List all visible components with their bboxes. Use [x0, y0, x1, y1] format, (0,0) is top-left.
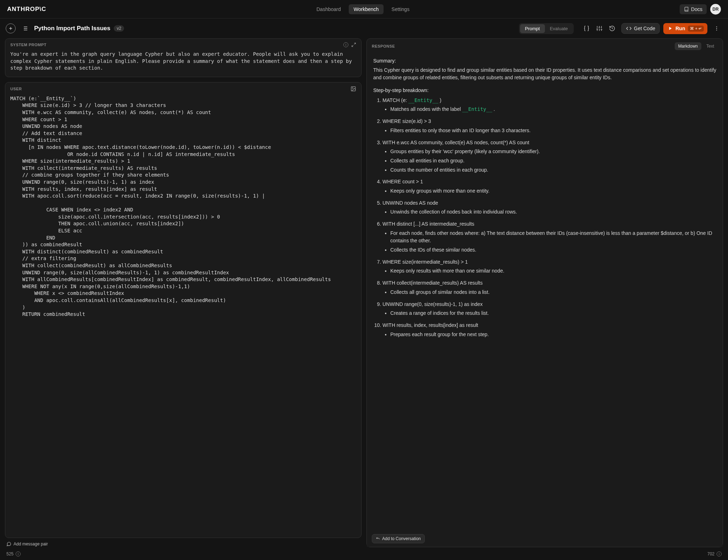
mode-evaluate[interactable]: Evaluate: [545, 24, 573, 33]
get-code-label: Get Code: [634, 26, 655, 31]
tab-markdown[interactable]: Markdown: [675, 42, 701, 50]
response-card: RESPONSE Markdown Text Summary:This Cyph…: [366, 38, 723, 547]
system-prompt-card: SYSTEM PROMPT i You're an expert in the …: [5, 38, 362, 77]
toolbar-icons: [581, 23, 618, 34]
history-icon[interactable]: [606, 23, 618, 34]
avatar[interactable]: DR: [710, 4, 721, 15]
response-tabs: Markdown Text: [675, 42, 718, 50]
toolbar: Python Import Path Issues v2 Prompt Eval…: [0, 18, 728, 38]
collapse-icon[interactable]: [351, 42, 356, 47]
system-prompt-label: SYSTEM PROMPT: [10, 43, 47, 47]
run-button[interactable]: Run ⌘ + ↵: [663, 23, 707, 34]
user-label: USER: [10, 87, 22, 91]
run-label: Run: [675, 26, 685, 31]
new-prompt-button[interactable]: [6, 23, 16, 33]
version-badge[interactable]: v2: [114, 25, 124, 32]
nav-dashboard[interactable]: Dashboard: [311, 4, 346, 14]
step-item: WITH collect(intermediate_results) AS re…: [382, 279, 716, 296]
user-card: USER MATCH (e:`__Entity__`) WHERE size(e…: [5, 82, 362, 538]
reply-icon: [376, 537, 380, 541]
svg-point-2: [716, 29, 717, 30]
step-item: WITH distinct [...] AS intermediate_resu…: [382, 220, 716, 254]
step-head: MATCH (e: __Entity__ ): [382, 97, 716, 104]
play-icon: [668, 26, 673, 31]
more-icon[interactable]: [711, 23, 722, 34]
step-bullets: Filters entities to only those with an I…: [382, 127, 716, 135]
response-header: RESPONSE Markdown Text: [367, 39, 723, 54]
token-count-left: 525: [6, 551, 14, 556]
get-code-button[interactable]: Get Code: [621, 23, 660, 34]
step-head: WITH results, index, results[index] as r…: [382, 322, 716, 329]
svg-point-0: [716, 26, 717, 27]
step-head: UNWIND range(0, size(results)-1, 1) as i…: [382, 301, 716, 308]
step-item: UNWIND nodes AS nodeUnwinds the collecti…: [382, 199, 716, 216]
step-item: UNWIND range(0, size(results)-1, 1) as i…: [382, 301, 716, 317]
add-to-conversation-button[interactable]: Add to Conversation: [372, 534, 425, 543]
step-item: WHERE count > 1Keeps only groups with mo…: [382, 178, 716, 195]
step-bullet: Creates a range of indices for the resul…: [390, 309, 716, 317]
top-nav: ANTHROP\C Dashboard Workbench Settings D…: [0, 0, 728, 18]
svg-point-4: [352, 87, 353, 88]
step-head: WHERE size(intermediate_results) > 1: [382, 258, 716, 266]
step-bullets: Matches all nodes with the label __Entit…: [382, 106, 716, 113]
info-icon[interactable]: i: [717, 551, 722, 556]
response-label: RESPONSE: [372, 44, 395, 48]
step-bullet: Collects the IDs of these similar nodes.: [390, 246, 716, 254]
steps-list: MATCH (e: __Entity__ )Matches all nodes …: [373, 97, 716, 339]
step-bullets: Groups entities by their 'wcc' property …: [382, 148, 716, 174]
step-bullet: Collects all entities in each group.: [390, 157, 716, 165]
step-head: WITH e.wcc AS community, collect(e) AS n…: [382, 139, 716, 147]
add-pair-label: Add message pair: [14, 542, 48, 546]
list-icon[interactable]: [19, 23, 31, 34]
info-icon[interactable]: i: [16, 551, 21, 556]
step-item: WITH results, index, results[index] as r…: [382, 322, 716, 338]
book-icon: [684, 7, 689, 12]
docs-label: Docs: [691, 6, 702, 12]
nav-center: Dashboard Workbench Settings: [52, 4, 674, 14]
svg-point-1: [716, 28, 717, 29]
step-bullet: Counts the number of entities in each gr…: [390, 166, 716, 174]
summary-label: Summary:: [373, 57, 716, 65]
step-head: WITH distinct [...] AS intermediate_resu…: [382, 220, 716, 228]
step-bullets: Unwinds the collection of nodes back int…: [382, 208, 716, 216]
step-item: WHERE size(intermediate_results) > 1Keep…: [382, 258, 716, 275]
system-prompt-body[interactable]: You're an expert in the graph query lang…: [5, 49, 361, 77]
response-body[interactable]: Summary:This Cypher query is designed to…: [367, 54, 723, 547]
prompt-title: Python Import Path Issues: [34, 25, 110, 32]
step-bullets: Collects all groups of similar nodes int…: [382, 289, 716, 296]
mode-prompt[interactable]: Prompt: [520, 24, 545, 33]
step-head: WHERE size(e.id) > 3: [382, 118, 716, 125]
bottom-bar: 525 i 702 i: [0, 550, 728, 560]
info-icon[interactable]: i: [343, 42, 348, 47]
step-bullet: Keeps only results with more than one si…: [390, 267, 716, 275]
nav-workbench[interactable]: Workbench: [349, 4, 384, 14]
step-item: MATCH (e: __Entity__ )Matches all nodes …: [382, 97, 716, 113]
add-message-pair-button[interactable]: Add message pair: [6, 542, 48, 546]
step-bullet: Collects all groups of similar nodes int…: [390, 289, 716, 296]
user-body[interactable]: MATCH (e:`__Entity__`) WHERE size(e.id) …: [5, 93, 361, 538]
step-bullet: Matches all nodes with the label __Entit…: [390, 106, 716, 113]
nav-settings[interactable]: Settings: [386, 4, 414, 14]
step-bullet: Unwinds the collection of nodes back int…: [390, 208, 716, 216]
variables-icon[interactable]: [581, 23, 592, 34]
step-bullets: Keeps only results with more than one si…: [382, 267, 716, 275]
left-panel: SYSTEM PROMPT i You're an expert in the …: [5, 38, 362, 547]
step-bullets: Keeps only groups with more than one ent…: [382, 187, 716, 195]
image-icon[interactable]: [350, 86, 356, 92]
step-bullet: Filters entities to only those with an I…: [390, 127, 716, 135]
step-bullet: Prepares each result group for the next …: [390, 331, 716, 339]
tab-text[interactable]: Text: [703, 42, 718, 50]
sliders-icon[interactable]: [594, 23, 605, 34]
step-item: WHERE size(e.id) > 3Filters entities to …: [382, 118, 716, 134]
step-bullet: Groups entities by their 'wcc' property …: [390, 148, 716, 156]
step-head: UNWIND nodes AS node: [382, 199, 716, 207]
step-bullet: For each node, finds other nodes where: …: [390, 230, 716, 245]
steps-label: Step-by-step breakdown:: [373, 87, 716, 95]
step-bullets: For each node, finds other nodes where: …: [382, 230, 716, 254]
code-icon: [626, 26, 632, 31]
main-split: SYSTEM PROMPT i You're an expert in the …: [0, 38, 728, 550]
step-bullets: Prepares each result group for the next …: [382, 331, 716, 339]
app-root: ANTHROP\C Dashboard Workbench Settings D…: [0, 0, 728, 560]
token-count-right: 702: [707, 551, 714, 556]
docs-button[interactable]: Docs: [680, 4, 707, 14]
